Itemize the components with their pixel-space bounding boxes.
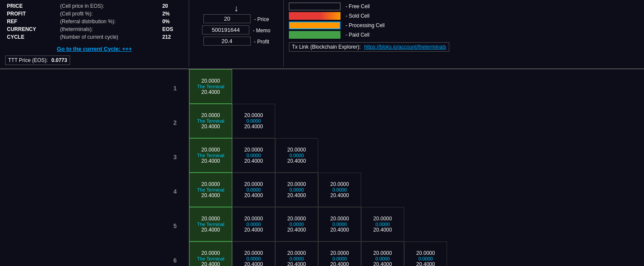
cell-owner: The Terminal	[197, 118, 224, 124]
cell-owner: The Terminal	[197, 153, 224, 158]
profit-input[interactable]	[203, 37, 251, 46]
cell-owner: The Terminal	[197, 222, 224, 227]
ref-desc: (Referral distribution %):	[59, 18, 161, 25]
profit-desc: (Cell profit %):	[59, 10, 161, 17]
price-label: - Price	[254, 16, 269, 22]
cell-price: 20.0000	[244, 112, 263, 118]
legend-sold: - Sold Cell	[289, 12, 639, 20]
cell-r3-c2[interactable]: 20.00000.000020.4000	[232, 138, 275, 173]
cell-owner: 0.0000	[289, 153, 304, 158]
cell-profit: 20.4000	[287, 261, 306, 266]
down-arrow-icon: ↓	[234, 3, 239, 13]
cell-owner: 0.0000	[246, 187, 261, 192]
cell-profit: 20.4000	[416, 261, 435, 266]
price-input-panel: ↓ - Price - Memo - Profit	[189, 0, 284, 67]
row-label-5: 5	[5, 209, 184, 243]
cell-price: 20.0000	[373, 216, 392, 222]
cell-r6-c6[interactable]: 20.00000.000020.4000	[404, 241, 447, 266]
cell-profit: 20.4000	[244, 261, 263, 266]
grid-row-3: 20.0000The Terminal20.400020.00000.00002…	[189, 138, 533, 173]
paid-cell-label: - Paid Cell	[346, 32, 369, 38]
row-label-6: 6	[5, 243, 184, 266]
cell-r5-c3[interactable]: 20.00000.000020.4000	[275, 207, 318, 241]
row-labels-panel: 12345678	[0, 69, 189, 266]
cell-r4-c4[interactable]: 20.00000.000020.4000	[318, 173, 361, 207]
cell-profit: 20.4000	[244, 227, 263, 233]
cell-r6-c2[interactable]: 20.00000.000020.4000	[232, 241, 275, 266]
cell-owner: 0.0000	[418, 256, 433, 261]
cell-price: 20.0000	[330, 216, 349, 222]
cell-r2-c1[interactable]: 20.0000The Terminal20.4000	[189, 104, 232, 138]
price-key: PRICE	[6, 3, 58, 9]
tx-link-url[interactable]: https://bloks.io/account/theterminals	[364, 44, 446, 50]
row-label-4: 4	[5, 174, 184, 209]
bottom-row: 12345678 20.0000The Terminal20.400020.00…	[0, 69, 644, 266]
cell-r3-c3[interactable]: 20.00000.000020.4000	[275, 138, 318, 173]
cell-r6-c1[interactable]: 20.0000The Terminal20.4000	[189, 241, 232, 266]
cell-owner: The Terminal	[197, 84, 224, 89]
cell-price: 20.0000	[244, 250, 263, 256]
cell-owner: 0.0000	[289, 222, 304, 227]
cell-r5-c4[interactable]: 20.00000.000020.4000	[318, 207, 361, 241]
currency-key: CURRENCY	[6, 26, 58, 33]
cell-owner: 0.0000	[289, 256, 304, 261]
profit-key: PROFIT	[6, 10, 58, 17]
row-label-2: 2	[5, 105, 184, 140]
cell-r4-c1[interactable]: 20.0000The Terminal20.4000	[189, 173, 232, 207]
memo-label: - Memo	[253, 28, 270, 34]
cell-r4-c3[interactable]: 20.00000.000020.4000	[275, 173, 318, 207]
cell-r2-c2[interactable]: 20.00000.000020.4000	[232, 104, 275, 138]
free-cell-color	[289, 3, 340, 10]
cell-price: 20.0000	[244, 216, 263, 222]
cell-r5-c1[interactable]: 20.0000The Terminal20.4000	[189, 207, 232, 241]
cell-r1-c1[interactable]: 20.0000The Terminal20.4000	[189, 69, 232, 104]
row-label-3: 3	[5, 140, 184, 174]
cell-price: 20.0000	[330, 181, 349, 187]
sold-cell-color	[289, 12, 340, 20]
cycle-desc: (Number of current cycle)	[59, 34, 161, 40]
cell-profit: 20.4000	[330, 261, 349, 266]
go-cycle-link[interactable]: Go to the current Cycle: +++	[57, 46, 132, 52]
cell-price: 20.0000	[201, 147, 220, 153]
ref-key: REF	[6, 18, 58, 25]
cell-price: 20.0000	[244, 147, 263, 153]
cell-owner: 0.0000	[246, 256, 261, 261]
cell-r3-c1[interactable]: 20.0000The Terminal20.4000	[189, 138, 232, 173]
cell-profit: 20.4000	[201, 158, 220, 164]
cell-owner: 0.0000	[289, 187, 304, 192]
cell-owner: 0.0000	[375, 222, 390, 227]
cell-profit: 20.4000	[201, 89, 220, 95]
free-cell-label: - Free Cell	[346, 3, 370, 9]
price-input[interactable]	[203, 14, 251, 23]
cell-profit: 20.4000	[373, 261, 392, 266]
grid-row-5: 20.0000The Terminal20.400020.00000.00002…	[189, 207, 533, 241]
legend-free: - Free Cell	[289, 3, 639, 10]
memo-input[interactable]	[202, 25, 249, 34]
cell-r5-c2[interactable]: 20.00000.000020.4000	[232, 207, 275, 241]
cell-r6-c4[interactable]: 20.00000.000020.4000	[318, 241, 361, 266]
cell-owner: 0.0000	[332, 222, 347, 227]
cell-price: 20.0000	[330, 250, 349, 256]
cell-price: 20.0000	[287, 216, 306, 222]
row-labels-container: 12345678	[5, 71, 184, 266]
grid-area: 20.0000The Terminal20.400020.0000The Ter…	[189, 69, 644, 266]
cell-price: 20.0000	[287, 147, 306, 153]
currency-value: EOS	[161, 26, 183, 33]
cell-price: 20.0000	[416, 250, 435, 256]
grid-container: 20.0000The Terminal20.400020.0000The Ter…	[189, 69, 533, 266]
cell-profit: 20.4000	[201, 192, 220, 198]
currency-desc: (theterminals):	[59, 26, 161, 33]
cell-price: 20.0000	[287, 181, 306, 187]
cell-r4-c2[interactable]: 20.00000.000020.4000	[232, 173, 275, 207]
cell-owner: 0.0000	[332, 187, 347, 192]
cell-r6-c5[interactable]: 20.00000.000020.4000	[361, 241, 404, 266]
grid-row-4: 20.0000The Terminal20.400020.00000.00002…	[189, 173, 533, 207]
legend-area: - Free Cell - Sold Cell - Processing Cel…	[289, 3, 639, 39]
cell-profit: 20.4000	[201, 227, 220, 233]
cell-owner: 0.0000	[375, 256, 390, 261]
cell-profit: 20.4000	[201, 124, 220, 130]
cell-price: 20.0000	[373, 250, 392, 256]
cell-owner: The Terminal	[197, 256, 224, 261]
cell-r6-c3[interactable]: 20.00000.000020.4000	[275, 241, 318, 266]
cell-r5-c5[interactable]: 20.00000.000020.4000	[361, 207, 404, 241]
